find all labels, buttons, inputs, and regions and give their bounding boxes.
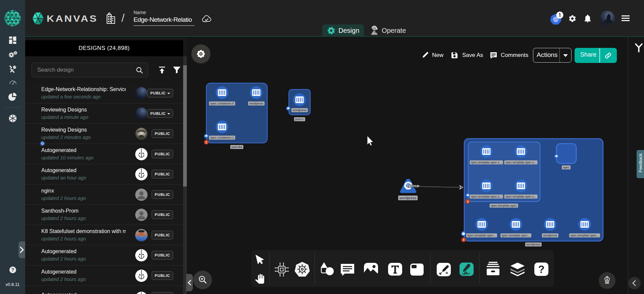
svg-text:?: ? — [538, 264, 545, 275]
svg-text:80/TCP: 80/TCP — [409, 184, 420, 188]
svg-text:3: 3 — [463, 238, 465, 241]
svg-text:3: 3 — [467, 200, 469, 203]
svg-text:2: 2 — [206, 141, 207, 144]
svg-text:?: ? — [11, 267, 14, 273]
